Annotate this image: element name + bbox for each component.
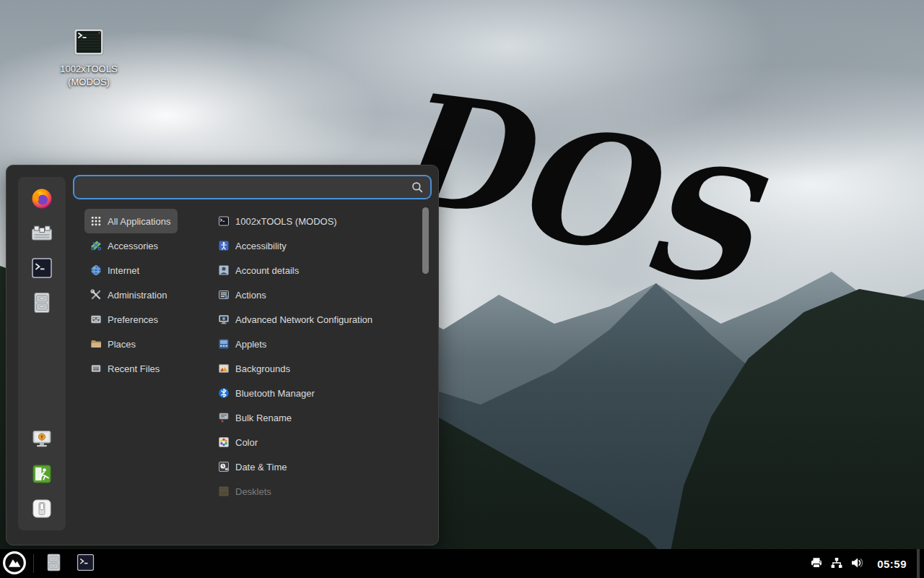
terminal-icon — [30, 256, 53, 280]
menu-button[interactable] — [0, 549, 29, 578]
category-preferences[interactable]: Preferences — [84, 307, 165, 332]
terminal-icon — [71, 25, 106, 59]
taskbar: 05:59 — [0, 549, 924, 578]
scissors-icon — [90, 240, 102, 251]
scrollbar-thumb[interactable] — [422, 207, 429, 274]
app-label: Accessibility — [235, 241, 287, 251]
tools-icon — [90, 289, 102, 301]
desktop: DOS 1002xTOOLS (MODOS) — [0, 0, 924, 578]
favorite-file-manager-button[interactable] — [25, 285, 59, 320]
favorite-shutdown-button[interactable] — [25, 491, 59, 526]
applets-icon — [218, 338, 230, 350]
app-label: Date & Time — [235, 462, 287, 473]
favorite-terminal-button[interactable] — [25, 251, 59, 285]
files-icon — [44, 553, 64, 574]
category-label: Recent Files — [108, 363, 160, 374]
app-date-time[interactable]: Date & Time — [212, 454, 420, 479]
app-backgrounds[interactable]: Backgrounds — [212, 356, 420, 381]
category-accessories[interactable]: Accessories — [84, 233, 165, 258]
account-icon — [218, 264, 230, 276]
app-accessibility[interactable]: Accessibility — [212, 233, 420, 258]
app-label: Bulk Rename — [235, 413, 292, 423]
favorite-firefox-button[interactable] — [25, 181, 59, 216]
logout-icon — [30, 462, 53, 486]
app-label: Advanced Network Configuration — [235, 314, 372, 325]
app-bulk-rename[interactable]: Bulk Rename — [212, 405, 420, 430]
favorite-settings-button[interactable] — [25, 216, 59, 251]
folder-icon — [90, 338, 102, 350]
search-input[interactable] — [74, 176, 411, 198]
taskbar-separator — [33, 554, 34, 573]
category-label: Preferences — [108, 314, 158, 325]
launcher-terminal-button[interactable] — [71, 549, 99, 578]
lock-screen-icon — [30, 428, 53, 451]
app-label: Actions — [235, 290, 266, 301]
tray-volume-button[interactable] — [847, 549, 867, 578]
firefox-icon — [30, 187, 53, 210]
adv-network-icon — [218, 314, 230, 325]
app-color[interactable]: Color — [212, 430, 420, 454]
datetime-icon — [218, 461, 230, 473]
desktop-icon-label: 1002xTOOLS (MODOS) — [49, 63, 128, 88]
settings-icon — [30, 222, 53, 245]
bluetooth-icon — [218, 387, 230, 399]
system-tray: 05:59 — [806, 549, 924, 578]
volume-icon — [850, 556, 863, 571]
app-account-details[interactable]: Account details — [212, 258, 420, 282]
desklets-icon — [218, 486, 230, 497]
printer-icon — [810, 556, 823, 571]
favorite-lock-screen-button[interactable] — [25, 422, 59, 457]
accessibility-icon — [218, 240, 230, 251]
app-label: Backgrounds — [235, 363, 290, 374]
terminal-app-icon — [218, 215, 230, 227]
app-advanced-network-configuration[interactable]: Advanced Network Configuration — [212, 307, 420, 332]
category-label: All Applications — [108, 216, 170, 227]
app-label: Applets — [235, 339, 266, 350]
terminal-icon — [76, 553, 95, 574]
category-administration[interactable]: Administration — [84, 282, 174, 307]
app-desklets[interactable]: Desklets — [212, 479, 420, 504]
category-label: Accessories — [108, 241, 158, 251]
category-internet[interactable]: Internet — [84, 258, 147, 282]
launcher-files-button[interactable] — [40, 549, 67, 578]
category-all-applications[interactable]: All Applications — [84, 209, 178, 233]
app-label: Desklets — [235, 486, 271, 497]
globe-icon — [90, 264, 102, 276]
color-icon — [218, 436, 230, 448]
desktop-icon-1002xtools[interactable]: 1002xTOOLS (MODOS) — [49, 25, 128, 88]
file-manager-icon — [30, 291, 53, 314]
app-label: Account details — [235, 265, 299, 276]
app-actions[interactable]: Actions — [212, 282, 420, 307]
category-places[interactable]: Places — [84, 332, 143, 356]
application-menu: All ApplicationsAccessoriesInternetAdmin… — [6, 165, 439, 545]
category-label: Administration — [108, 290, 167, 301]
tray-network-button[interactable] — [827, 549, 847, 578]
tray-printer-button[interactable] — [806, 549, 827, 578]
app-1002xtools-modos-[interactable]: 1002xTOOLS (MODOS) — [212, 209, 420, 233]
grid-icon — [90, 215, 102, 227]
shutdown-icon — [30, 497, 53, 520]
apps-scrollbar[interactable] — [422, 206, 430, 495]
favorite-logout-button[interactable] — [25, 457, 59, 491]
menu-favorites-sidebar — [18, 177, 66, 530]
app-label: Bluetooth Manager — [235, 388, 315, 399]
actions-icon — [218, 289, 230, 301]
category-list: All ApplicationsAccessoriesInternetAdmin… — [84, 209, 207, 381]
app-applets[interactable]: Applets — [212, 332, 420, 356]
search-box — [73, 175, 432, 199]
application-list: 1002xTOOLS (MODOS)AccessibilityAccount d… — [212, 209, 420, 504]
taskbar-edge-strip — [917, 549, 920, 578]
clock[interactable]: 05:59 — [871, 558, 912, 570]
category-recent-files[interactable]: Recent Files — [84, 356, 167, 381]
category-label: Internet — [108, 265, 139, 276]
network-icon — [830, 556, 843, 571]
app-bluetooth-manager[interactable]: Bluetooth Manager — [212, 381, 420, 405]
backgrounds-icon — [218, 363, 230, 374]
bulk-rename-icon — [218, 412, 230, 423]
recent-icon — [90, 363, 102, 374]
app-label: 1002xTOOLS (MODOS) — [235, 216, 337, 227]
app-label: Color — [235, 437, 258, 448]
search-icon — [411, 181, 424, 194]
category-label: Places — [108, 339, 136, 350]
modos-logo-icon — [2, 551, 27, 577]
